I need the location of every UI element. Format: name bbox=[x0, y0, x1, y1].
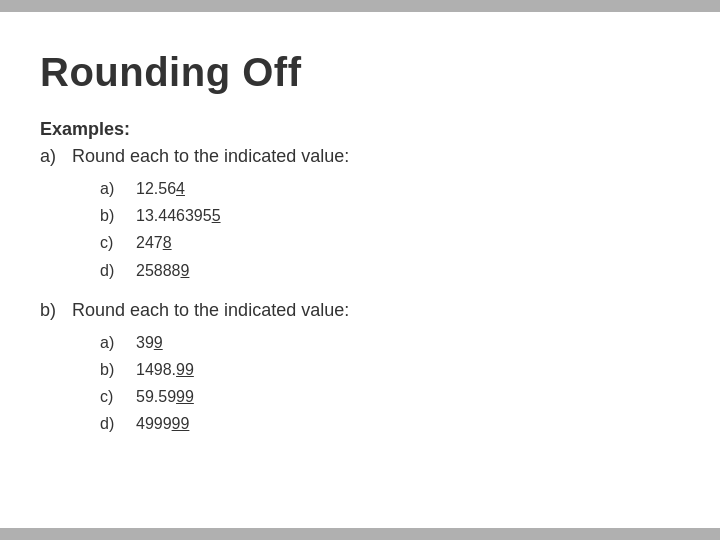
section-b-list: a) 399 b) 1498.99 c) 59.5999 d) 499999 bbox=[100, 329, 680, 438]
list-item: a) 399 bbox=[100, 329, 680, 356]
item-value: 59.5999 bbox=[136, 383, 194, 410]
underline-digit: 4 bbox=[176, 180, 185, 197]
section-a-letter: a) bbox=[40, 146, 64, 167]
list-item: c) 59.5999 bbox=[100, 383, 680, 410]
content: Rounding Off Examples: a) Round each to … bbox=[40, 30, 680, 438]
list-item: b) 1498.99 bbox=[100, 356, 680, 383]
item-letter: a) bbox=[100, 329, 128, 356]
item-value: 13.4463955 bbox=[136, 202, 221, 229]
item-value: 12.564 bbox=[136, 175, 185, 202]
list-item: b) 13.4463955 bbox=[100, 202, 680, 229]
examples-label: Examples: bbox=[40, 119, 680, 140]
item-letter: a) bbox=[100, 175, 128, 202]
underline-digit: 9 bbox=[181, 262, 190, 279]
item-value: 399 bbox=[136, 329, 163, 356]
section-b-header: b) Round each to the indicated value: bbox=[40, 300, 680, 321]
item-letter: b) bbox=[100, 356, 128, 383]
slide: Rounding Off Examples: a) Round each to … bbox=[0, 0, 720, 540]
underline-digit: 99 bbox=[176, 361, 194, 378]
item-letter: d) bbox=[100, 410, 128, 437]
list-item: d) 499999 bbox=[100, 410, 680, 437]
underline-digit: 9 bbox=[154, 334, 163, 351]
item-letter: d) bbox=[100, 257, 128, 284]
list-item: a) 12.564 bbox=[100, 175, 680, 202]
section-a-list: a) 12.564 b) 13.4463955 c) 2478 d) 25888… bbox=[100, 175, 680, 284]
underline-digit: 99 bbox=[176, 388, 194, 405]
section-a-instruction: Round each to the indicated value: bbox=[72, 146, 349, 167]
main-title: Rounding Off bbox=[40, 50, 680, 95]
item-letter: c) bbox=[100, 383, 128, 410]
underline-digit: 99 bbox=[172, 415, 190, 432]
underline-digit: 8 bbox=[163, 234, 172, 251]
list-item: d) 258889 bbox=[100, 257, 680, 284]
section-b-letter: b) bbox=[40, 300, 64, 321]
underline-digit: 5 bbox=[212, 207, 221, 224]
item-value: 499999 bbox=[136, 410, 189, 437]
top-bar bbox=[0, 0, 720, 12]
item-value: 258889 bbox=[136, 257, 189, 284]
item-letter: b) bbox=[100, 202, 128, 229]
section-b-instruction: Round each to the indicated value: bbox=[72, 300, 349, 321]
item-value: 2478 bbox=[136, 229, 172, 256]
item-value: 1498.99 bbox=[136, 356, 194, 383]
bottom-bar bbox=[0, 528, 720, 540]
item-letter: c) bbox=[100, 229, 128, 256]
list-item: c) 2478 bbox=[100, 229, 680, 256]
section-a-header: a) Round each to the indicated value: bbox=[40, 146, 680, 167]
